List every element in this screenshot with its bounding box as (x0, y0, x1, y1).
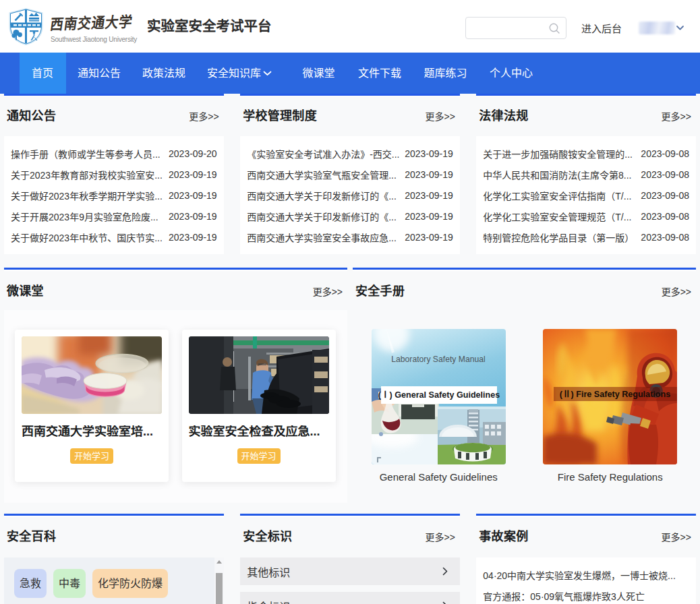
section-header: 法律法规 更多>> (476, 109, 696, 123)
list-item[interactable]: 西南交通大学实验室气瓶安全管理...2023-09-19 (247, 164, 453, 185)
list-item[interactable]: 关于2023年教育部对我校实验室安...2023-09-19 (11, 164, 217, 185)
item-date: 2023-09-19 (405, 148, 453, 159)
nav-item-knowledge[interactable]: 安全知识库 (207, 53, 261, 94)
section-notices: 通知公告 更多>> 操作手册（教师或学生等参考人员...2023-09-20 关… (4, 94, 224, 254)
item-date: 2023-09-19 (405, 169, 453, 180)
courses-panel: 西南交通大学实验室培... 开始学习 (4, 310, 347, 504)
section-rule (4, 268, 347, 271)
university-name-block: 西南交通大学 Southwest Jiaotong University (51, 12, 152, 43)
scroll-up-arrow-icon[interactable] (214, 560, 224, 570)
tag-poisoning[interactable]: 中毒 (53, 569, 86, 598)
more-link-signs[interactable]: 更多>> (425, 530, 455, 543)
item-title: 操作手册（教师或学生等参考人员... (11, 147, 163, 160)
encyclopedia-tags: 急救 中毒 化学防火防爆 (4, 557, 224, 598)
chevron-down-icon[interactable] (263, 71, 272, 76)
more-link-laws[interactable]: 更多>> (662, 109, 691, 123)
middle-row: 微课堂 更多>> (4, 267, 696, 504)
university-name-cn: 西南交通大学 (49, 9, 142, 34)
course-card[interactable]: 西南交通大学实验室培... 开始学习 (15, 330, 169, 482)
list-item[interactable]: 西南交通大学实验室安全事故应急...2023-09-19 (247, 227, 453, 247)
page-header: 西南交通大学 Southwest Jiaotong University 实验室… (0, 0, 700, 53)
scrollbar-thumb[interactable] (216, 573, 223, 604)
nav-item-personal[interactable]: 个人中心 (490, 53, 533, 94)
list-item[interactable]: 中华人民共和国消防法(主席令第8...2023-09-08 (483, 164, 689, 185)
list-item[interactable]: 西南交通大学关于印发新修订的《...2023-09-19 (247, 206, 453, 227)
section-signs: 安全标识 更多>> 其他标识 指令标识 (240, 513, 460, 604)
section-courses: 微课堂 更多>> (4, 267, 347, 504)
nav-item-policies[interactable]: 政策法规 (142, 53, 185, 94)
item-date: 2023-09-20 (169, 148, 217, 159)
manual-item[interactable]: (Ⅱ) Fire Safety Regulations Fire Safety … (525, 329, 697, 483)
username-blurred[interactable] (639, 22, 675, 34)
list-item[interactable]: 化学化工实验室安全管理规范（T/...2023-09-08 (483, 206, 689, 227)
section-header: 安全标识 更多>> (240, 530, 460, 543)
section-title-cases: 事故案例 (479, 530, 528, 543)
chevron-down-icon[interactable] (676, 25, 684, 31)
nav-item-practice[interactable]: 题库练习 (424, 53, 467, 94)
rule-line (476, 94, 696, 96)
list-item[interactable]: 操作手册（教师或学生等参考人员...2023-09-20 (11, 143, 217, 164)
search-input[interactable] (471, 18, 546, 38)
sign-accordion-item[interactable]: 其他标识 (240, 557, 460, 585)
section-header: 事故案例 更多>> (476, 530, 696, 543)
tag-chemical-fire[interactable]: 化学防火防爆 (92, 569, 168, 598)
search-icon[interactable] (548, 22, 560, 34)
list-item[interactable]: 特别管控危险化学品目录（第一版）2023-09-08 (483, 227, 689, 247)
section-title-laws: 法律法规 (479, 109, 528, 123)
item-title: 04·20中南大学实验室发生爆燃，一博士被烧... (483, 568, 689, 582)
section-header: 通知公告 更多>> (4, 109, 224, 123)
list-item[interactable]: 西南交通大学关于印发新修订的《...2023-09-19 (247, 185, 453, 206)
section-header: 微课堂 更多>> (4, 284, 347, 298)
item-title: 特别管控危险化学品目录（第一版） (483, 231, 635, 244)
sign-label: 其他标识 (247, 564, 290, 580)
scrollbar[interactable] (214, 557, 224, 604)
list-item[interactable]: 化学化工实验室安全评估指南（T/...2023-09-08 (483, 185, 689, 206)
item-title: 西南交通大学实验室气瓶安全管理... (247, 168, 399, 181)
list-item[interactable]: 官方通报：05·09氧气瓶爆炸致3人死亡 (483, 585, 689, 604)
list-item[interactable]: 关于进一步加强硝酸铵安全管理的...2023-09-08 (483, 143, 689, 164)
sign-accordion-item[interactable]: 指令标识 (240, 592, 460, 604)
item-title: 《实验室安全考试准入办法》-西交... (247, 147, 399, 160)
item-date: 2023-09-19 (169, 211, 217, 222)
section-rule (240, 514, 460, 517)
list-item[interactable]: 04·20中南大学实验室发生爆燃，一博士被烧... (483, 564, 689, 585)
more-link-manuals[interactable]: 更多>> (662, 284, 691, 298)
more-link-policies[interactable]: 更多>> (425, 109, 455, 123)
course-card[interactable]: 实验室安全检查及应急... 开始学习 (182, 330, 336, 482)
item-date: 2023-09-19 (405, 232, 453, 243)
item-title: 关于进一步加强硝酸铵安全管理的... (483, 147, 635, 160)
item-title: 西南交通大学关于印发新修订的《... (247, 210, 399, 223)
start-learning-button[interactable]: 开始学习 (237, 448, 281, 464)
item-title: 中华人民共和国消防法(主席令第8... (483, 168, 635, 181)
nav-item-home[interactable]: 首页 (32, 53, 53, 94)
section-header: 学校管理制度 更多>> (240, 109, 460, 123)
chevron-right-icon (442, 601, 448, 604)
more-link-cases[interactable]: 更多>> (662, 530, 691, 543)
main-navigation: 首页 通知公告 政策法规 安全知识库 微课堂 文件下载 题库练习 个人中心 (0, 53, 700, 94)
list-item[interactable]: 关于做好2023年秋季学期开学实验...2023-09-19 (11, 185, 217, 206)
list-item[interactable]: 关于开展2023年9月实验室危险废...2023-09-19 (11, 206, 217, 227)
course-title: 西南交通大学实验室培... (22, 425, 162, 438)
tag-first-aid[interactable]: 急救 (14, 569, 47, 598)
safety-manual-cover: Laboratory Safety Manual (372, 329, 506, 464)
enter-backend-link[interactable]: 进入后台 (581, 21, 622, 35)
section-policies: 学校管理制度 更多>> 《实验室安全考试准入办法》-西交...2023-09-1… (240, 94, 460, 254)
section-rule (4, 514, 224, 517)
list-item[interactable]: 《实验室安全考试准入办法》-西交...2023-09-19 (247, 143, 453, 164)
manual-item[interactable]: Laboratory Safety Manual (353, 329, 525, 483)
nav-item-courses[interactable]: 微课堂 (303, 53, 335, 94)
page-title: 实验室安全考试平台 (147, 18, 272, 34)
nav-item-notices[interactable]: 通知公告 (78, 53, 121, 94)
item-date: 2023-09-19 (405, 190, 453, 201)
more-link-courses[interactable]: 更多>> (313, 284, 343, 298)
list-item[interactable]: 关于做好2023年中秋节、国庆节实...2023-09-19 (11, 227, 217, 247)
more-link-notices[interactable]: 更多>> (189, 109, 218, 123)
start-learning-button[interactable]: 开始学习 (70, 448, 113, 464)
section-rule (353, 268, 696, 271)
nav-item-downloads[interactable]: 文件下载 (358, 53, 401, 94)
university-name-en: Southwest Jiaotong University (51, 36, 152, 43)
section-title-signs: 安全标识 (243, 530, 292, 543)
manuals-body: Laboratory Safety Manual (353, 329, 696, 483)
rule-line (353, 268, 696, 270)
item-date: 2023-09-19 (405, 211, 453, 222)
